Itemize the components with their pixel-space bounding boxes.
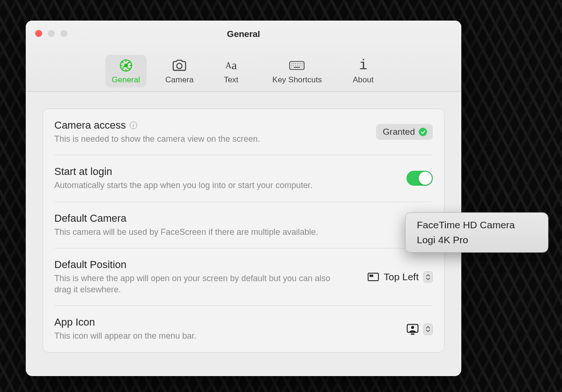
content-area: Camera access i This is needed to show t…: [26, 92, 461, 370]
tab-general[interactable]: General: [105, 55, 147, 87]
setting-desc: This camera will be used by FaceScreen i…: [54, 226, 345, 238]
setting-desc: This is where the app will open on your …: [54, 273, 345, 296]
status-label: Granted: [383, 127, 415, 137]
camera-option[interactable]: Logi 4K Pro: [406, 232, 548, 247]
checkmark-icon: [419, 128, 427, 136]
row-default-camera: Default Camera This camera will be used …: [54, 202, 433, 248]
titlebar: General General: [26, 21, 461, 92]
row-app-icon: App Icon This icon will appear on the me…: [54, 306, 433, 352]
svg-point-22: [411, 326, 414, 328]
info-icon: i: [355, 58, 371, 73]
text-icon: Aa: [223, 58, 239, 73]
setting-desc: Automatically starts the app when you lo…: [54, 180, 345, 191]
tab-label: About: [353, 75, 373, 85]
setting-title: Camera access: [54, 119, 126, 131]
row-default-position: Default Position This is where the app w…: [54, 248, 433, 306]
camera-icon: [171, 58, 187, 73]
person-in-frame-icon: [407, 324, 419, 335]
setting-title: Default Camera: [54, 212, 126, 225]
preferences-window: General General: [26, 21, 461, 376]
keyboard-icon: [289, 58, 305, 73]
info-icon[interactable]: i: [130, 122, 137, 129]
settings-card: Camera access i This is needed to show t…: [43, 109, 444, 353]
tab-label: Key Shortcuts: [273, 75, 322, 85]
row-camera-access: Camera access i This is needed to show t…: [54, 109, 433, 155]
svg-point-2: [177, 63, 182, 68]
setting-desc: This icon will appear on the menu bar.: [54, 330, 345, 341]
position-top-left-icon: [368, 273, 379, 281]
tab-label: General: [112, 75, 140, 85]
tab-camera[interactable]: Camera: [159, 55, 200, 87]
chevron-up-down-icon: [423, 271, 433, 283]
start-at-login-toggle[interactable]: [407, 171, 433, 186]
default-position-popup[interactable]: Top Left: [368, 271, 433, 283]
camera-option[interactable]: FaceTime HD Camera: [406, 218, 548, 232]
preferences-toolbar: General Camera Aa Text: [26, 55, 461, 87]
app-icon-popup[interactable]: [407, 324, 433, 335]
tab-key-shortcuts[interactable]: Key Shortcuts: [262, 55, 332, 87]
tab-text[interactable]: Aa Text: [212, 55, 250, 87]
tab-label: Camera: [165, 75, 193, 85]
tab-about[interactable]: i About: [344, 55, 382, 87]
default-camera-menu: FaceTime HD Camera Logi 4K Pro: [405, 212, 548, 253]
gear-icon: [118, 58, 134, 73]
camera-access-status-pill[interactable]: Granted: [376, 124, 433, 140]
svg-rect-23: [411, 334, 414, 335]
setting-desc: This is needed to show the camera view o…: [54, 133, 345, 145]
setting-title: App Icon: [54, 316, 95, 328]
setting-title: Default Position: [54, 259, 126, 271]
setting-title: Start at login: [54, 166, 112, 178]
window-title: General: [26, 29, 461, 39]
row-start-at-login: Start at login Automatically starts the …: [54, 155, 433, 202]
selected-value: Top Left: [384, 271, 419, 283]
tab-label: Text: [224, 75, 238, 85]
toggle-knob: [419, 172, 432, 185]
chevron-up-down-icon: [423, 324, 433, 335]
